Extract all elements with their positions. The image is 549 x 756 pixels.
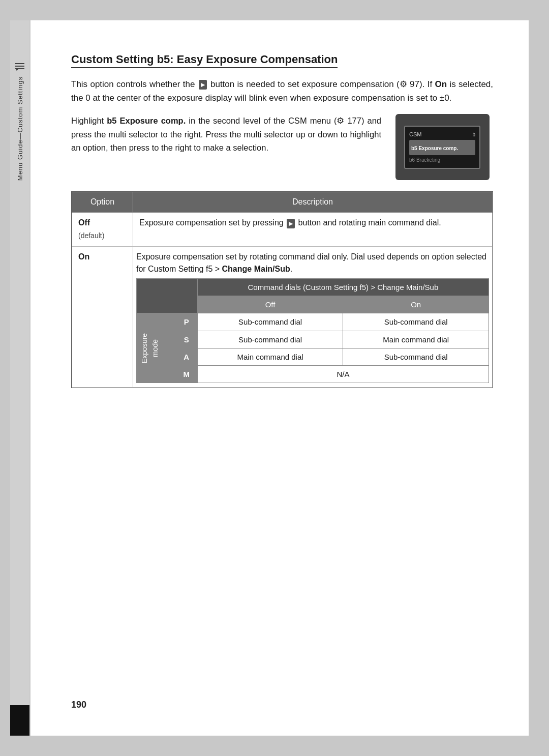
exp-icon-inline: ▶ xyxy=(287,219,295,228)
m-na: N/A xyxy=(197,366,489,383)
options-table: Option Description Off (default) Exposur… xyxy=(71,191,493,388)
on-option-cell: On xyxy=(72,246,133,388)
title-normal: Easy Exposure Compensation xyxy=(174,53,338,66)
instruction-section: Highlight b5 Exposure comp. in the secon… xyxy=(71,114,493,180)
black-square-decoration xyxy=(10,705,29,736)
ref-97: ⚙ 97 xyxy=(400,79,419,89)
exp-comp-button-icon: ▶ xyxy=(199,80,207,90)
exposure-mode-label: Exposuremode xyxy=(137,313,176,383)
mode-a: A xyxy=(175,348,197,365)
mode-p: P xyxy=(175,313,197,331)
s-off-dial: Sub-command dial xyxy=(197,331,343,348)
table-row-on: On Exposure compensation set by rotating… xyxy=(72,246,493,388)
nested-off-header: Off xyxy=(197,296,343,313)
nested-row-p: Exposuremode P Sub-command dial Sub-comm… xyxy=(137,313,489,331)
nested-header-row-1: Command dials (Custom Setting f5) > Chan… xyxy=(137,278,489,296)
ref-177: ⚙ 177 xyxy=(337,116,361,125)
nested-dial-table: Command dials (Custom Setting f5) > Chan… xyxy=(136,278,489,384)
s-on-dial: Main command dial xyxy=(343,331,489,348)
title-bold: Custom Setting b5: xyxy=(71,53,174,66)
description-column-header: Description xyxy=(133,192,493,213)
nested-row-a: A Main command dial Sub-command dial xyxy=(137,348,489,365)
on-desc-text: Exposure compensation set by rotating co… xyxy=(136,251,489,275)
off-option-cell: Off (default) xyxy=(72,213,133,247)
page-number: 190 xyxy=(71,700,86,710)
mode-m: M xyxy=(175,366,197,383)
p-off-dial: Sub-command dial xyxy=(197,313,343,331)
nested-row-m: M N/A xyxy=(137,366,489,383)
on-label: On xyxy=(78,252,89,261)
svg-rect-1 xyxy=(15,66,24,67)
off-description-cell: Exposure compensation set by pressing ▶ … xyxy=(133,213,493,247)
a-off-dial: Main command dial xyxy=(197,348,343,365)
intro-paragraph: This option controls whether the ▶ butto… xyxy=(71,77,493,105)
off-label: Off xyxy=(78,218,90,227)
nested-on-header: On xyxy=(343,296,489,313)
table-header-row: Option Description xyxy=(72,192,493,213)
table-row-off: Off (default) Exposure compensation set … xyxy=(72,213,493,247)
on-description-cell: Exposure compensation set by rotating co… xyxy=(133,246,493,388)
option-column-header: Option xyxy=(72,192,133,213)
default-label: (default) xyxy=(78,231,104,240)
sidebar-tab: Menu Guide—Custom Settings xyxy=(10,20,29,736)
instruction-text: Highlight b5 Exposure comp. in the secon… xyxy=(71,114,381,180)
mode-s: S xyxy=(175,331,197,348)
p-on-dial: Sub-command dial xyxy=(343,313,489,331)
nested-row-s: S Sub-command dial Main command dial xyxy=(137,331,489,348)
page-title: Custom Setting b5: Easy Exposure Compens… xyxy=(71,51,493,68)
nested-main-header: Command dials (Custom Setting f5) > Chan… xyxy=(197,278,489,296)
page-content: Custom Setting b5: Easy Exposure Compens… xyxy=(30,20,529,736)
sidebar-label: Menu Guide—Custom Settings xyxy=(16,76,24,181)
camera-image-placeholder: CSM b b5 Exposure comp. b6 Bracketing xyxy=(391,114,493,180)
a-on-dial: Sub-command dial xyxy=(343,348,489,365)
svg-rect-0 xyxy=(15,63,24,64)
menu-guide-icon xyxy=(14,61,25,72)
